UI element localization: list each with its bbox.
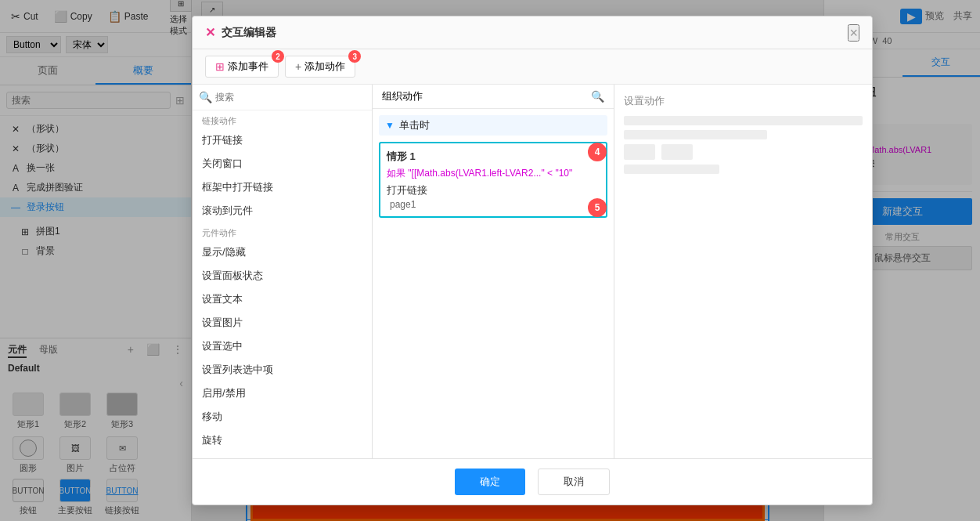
action-set-list-item[interactable]: 设置列表选中项 [193, 358, 372, 382]
trigger-collapse-icon[interactable]: ▼ [385, 120, 395, 131]
action-scroll-to[interactable]: 滚动到元件 [193, 199, 372, 223]
action-group-widget-label: 元件动作 [193, 223, 372, 241]
modal-action-list: 🔍 链接动作 打开链接 关闭窗口 框架中打开链接 滚动到元件 元件动作 显示/隐… [193, 85, 373, 458]
action-move[interactable]: 移动 [193, 405, 372, 429]
trigger-label: 单击时 [399, 118, 430, 132]
action-group-link-label: 链接动作 [193, 110, 372, 128]
modal-footer: 确定 取消 [193, 458, 872, 505]
modal-close-button[interactable]: × [848, 24, 859, 42]
modal-mid-header: 组织动作 🔍 [373, 85, 614, 109]
modal-search-input[interactable] [215, 92, 366, 103]
cond-action-label: 打开链接 [387, 183, 600, 197]
action-set-size[interactable]: 设置尺寸 [193, 452, 372, 458]
settings-placeholder-2 [624, 130, 767, 139]
action-close-window[interactable]: 关闭窗口 [193, 152, 372, 175]
event-trigger-block: ▼ 单击时 [379, 115, 607, 136]
add-action-button[interactable]: + 添加动作 3 [285, 56, 355, 78]
modal-search-icon: 🔍 [199, 91, 212, 103]
settings-placeholder-3 [624, 165, 719, 174]
settings-small-1 [624, 144, 655, 160]
action-set-image[interactable]: 设置图片 [193, 311, 372, 335]
action-set-selected[interactable]: 设置选中 [193, 335, 372, 358]
modal-title: ✕ 交互编辑器 [205, 25, 276, 40]
modal-body: 🔍 链接动作 打开链接 关闭窗口 框架中打开链接 滚动到元件 元件动作 显示/隐… [193, 85, 872, 458]
modal-mid-title: 组织动作 [382, 89, 423, 103]
modal-mid-body: ▼ 单击时 4 5 情形 1 如果 "[[Math.abs(LVAR1.left… [373, 109, 614, 458]
modal-search-bar: 🔍 [193, 85, 372, 110]
modal-toolbar: ⊞ 添加事件 2 + 添加动作 3 [193, 49, 872, 85]
add-action-icon: + [295, 60, 301, 73]
modal-settings-panel: 设置动作 [614, 85, 872, 458]
settings-small-2 [661, 144, 693, 160]
settings-placeholder-1 [624, 116, 863, 125]
add-event-button[interactable]: ⊞ 添加事件 2 [205, 56, 279, 78]
action-enable-disable[interactable]: 启用/禁用 [193, 382, 372, 405]
confirm-button[interactable]: 确定 [455, 469, 525, 495]
cond-title: 情形 1 [387, 150, 600, 164]
add-action-badge: 3 [348, 50, 361, 63]
badge-top-right: 4 [588, 143, 607, 161]
modal-right-title: 设置动作 [624, 94, 863, 108]
modal-header: ✕ 交互编辑器 × [193, 16, 872, 49]
cond-action-value: page1 [387, 199, 600, 210]
action-show-hide[interactable]: 显示/隐藏 [193, 241, 372, 264]
cond-if-expr: 如果 "[[Math.abs(LVAR1.left-LVAR2..." < "1… [387, 167, 600, 180]
settings-row [624, 144, 863, 160]
add-event-badge: 2 [272, 50, 284, 63]
badge-bottom-right: 5 [588, 198, 607, 217]
condition-block: 4 5 情形 1 如果 "[[Math.abs(LVAR1.left-LVAR2… [379, 142, 607, 218]
action-open-in-frame[interactable]: 框架中打开链接 [193, 175, 372, 199]
modal-dialog: ✕ 交互编辑器 × ⊞ 添加事件 2 + 添加动作 3 🔍 链接动作 打开链接 … [192, 16, 873, 505]
modal-search-toggle-icon[interactable]: 🔍 [591, 90, 604, 103]
action-rotate[interactable]: 旋转 [193, 429, 372, 452]
add-event-icon: ⊞ [215, 60, 225, 73]
action-open-link[interactable]: 打开链接 [193, 128, 372, 152]
action-set-text[interactable]: 设置文本 [193, 288, 372, 311]
cancel-button[interactable]: 取消 [538, 469, 610, 495]
xd-icon: ✕ [205, 25, 215, 40]
modal-event-editor: 组织动作 🔍 ▼ 单击时 4 5 情形 1 如果 "[[Mat [373, 85, 614, 458]
action-set-panel[interactable]: 设置面板状态 [193, 264, 372, 288]
